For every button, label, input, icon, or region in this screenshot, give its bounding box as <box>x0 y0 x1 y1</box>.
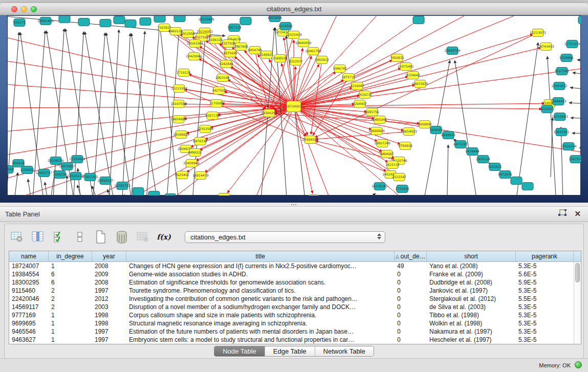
edge[interactable] <box>129 31 145 195</box>
column-header-out_degree[interactable]: △out_de… <box>395 251 427 261</box>
edge[interactable] <box>455 60 480 195</box>
node[interactable] <box>413 16 424 24</box>
table-cell-title[interactable]: Disruption of a novel member of a sodium… <box>126 303 395 311</box>
table-vertical-scrollbar[interactable] <box>574 262 581 344</box>
table-cell-out_degree[interactable]: 0 <box>395 270 427 278</box>
selected-edge[interactable] <box>8 31 294 106</box>
network-canvas[interactable]: 1872400771638228660124591295423226053332… <box>7 15 581 195</box>
node[interactable] <box>165 194 176 196</box>
table-cell-short[interactable]: Franke et al. (2009) <box>427 270 516 278</box>
table-cell-name[interactable]: 9777169 <box>9 311 49 319</box>
table-cell-pagerank[interactable]: 5.3E-5 <box>516 336 574 344</box>
node[interactable] <box>114 16 125 24</box>
table-row[interactable]: 1456911722003Disruption of a novel membe… <box>9 303 574 311</box>
column-header-year[interactable]: year <box>92 251 126 261</box>
table-cell-short[interactable]: Hescheler et al. (1997) <box>427 336 516 344</box>
selected-edge[interactable] <box>8 106 294 108</box>
table-cell-short[interactable]: Tibbo et al. (1998) <box>427 311 516 319</box>
node[interactable] <box>148 191 160 196</box>
edge[interactable] <box>571 118 581 119</box>
tab-node-table[interactable]: Node Table <box>214 346 265 356</box>
table-row[interactable]: 946362711997Embryonic stem cells: a mode… <box>9 336 574 344</box>
table-cell-name[interactable]: 18300295 <box>9 278 49 287</box>
table-cell-out_degree[interactable]: 0 <box>395 327 427 336</box>
table-cell-name[interactable]: 19384554 <box>9 270 49 278</box>
node[interactable] <box>154 16 165 23</box>
table-cell-name[interactable]: 18724007 <box>9 262 49 270</box>
tab-network-table[interactable]: Network Table <box>315 346 374 356</box>
table-cell-title[interactable]: Corpus callosum shape and size in male p… <box>126 311 395 319</box>
table-cell-year[interactable]: 1997 <box>92 287 126 295</box>
table-cell-title[interactable]: Genome-wide association studies in ADHD. <box>126 270 395 278</box>
table-row[interactable]: 1938455462009Genome-wide association stu… <box>9 270 574 278</box>
table-cell-short[interactable]: Nakamura et al. (1997) <box>427 327 516 336</box>
table-row[interactable]: 969969511998Structural magnetic resonanc… <box>9 319 574 327</box>
table-cell-year[interactable]: 2008 <box>92 262 126 270</box>
edge[interactable] <box>45 182 51 195</box>
table-cell-out_degree[interactable]: 0 <box>395 287 427 295</box>
edge[interactable] <box>107 189 119 195</box>
delete-column-icon[interactable] <box>115 230 129 244</box>
table-cell-pagerank[interactable]: 5.3E-5 <box>516 287 574 295</box>
selected-edge[interactable] <box>294 106 404 130</box>
edge[interactable] <box>572 133 581 134</box>
table-cell-in_degree[interactable]: 1 <box>49 336 92 344</box>
node[interactable] <box>59 16 70 23</box>
tab-edge-table[interactable]: Edge Table <box>265 346 315 356</box>
table-cell-pagerank[interactable]: 5.3E-5 <box>516 311 574 319</box>
memory-indicator[interactable] <box>575 361 582 368</box>
column-header-title[interactable]: title <box>126 251 395 261</box>
table-cell-year[interactable]: 1998 <box>92 311 126 319</box>
node[interactable] <box>511 177 522 185</box>
table-cell-name[interactable]: 9115460 <box>9 287 49 295</box>
table-row[interactable]: 1830029562008Estimation of significance … <box>9 278 574 287</box>
selected-edge[interactable] <box>8 106 294 134</box>
table-cell-short[interactable]: Jankovic et al. (1997) <box>427 287 516 295</box>
edge[interactable] <box>66 176 67 195</box>
scrollbar-thumb[interactable] <box>575 263 580 282</box>
table-cell-in_degree[interactable]: 1 <box>49 262 92 270</box>
table-source-select[interactable]: citations_edges.txt <box>185 231 385 243</box>
edge[interactable] <box>77 185 89 195</box>
table-cell-year[interactable]: 1997 <box>92 327 126 336</box>
show-columns-icon[interactable] <box>31 230 45 244</box>
selected-edge[interactable] <box>284 37 294 106</box>
table-mode-icon[interactable] <box>10 230 24 244</box>
citation-graph[interactable]: 1872400771638228660124591295423226053332… <box>8 16 581 195</box>
table-row[interactable]: 911546021997Tourette syndrome. Phenomeno… <box>9 287 574 295</box>
divider-grip-icon[interactable] <box>291 204 297 206</box>
edge[interactable] <box>570 87 581 90</box>
table-cell-pagerank[interactable]: 5.3E-5 <box>516 319 574 327</box>
table-cell-title[interactable]: Estimation of the future numbers of pati… <box>126 327 395 336</box>
table-cell-name[interactable]: 9699695 <box>9 319 49 327</box>
split-pane-divider[interactable] <box>0 203 588 207</box>
table-cell-title[interactable]: Investigating the contribution of common… <box>126 295 395 303</box>
table-cell-pagerank[interactable]: 5.3E-5 <box>516 262 574 270</box>
edge[interactable] <box>561 127 563 195</box>
table-cell-pagerank[interactable]: 5.5E-5 <box>516 295 574 303</box>
table-cell-title[interactable]: Tourette syndrome. Phenomenology and cla… <box>126 287 395 295</box>
edge[interactable] <box>339 193 376 195</box>
edge[interactable] <box>577 60 581 62</box>
table-cell-out_degree[interactable]: 0 <box>395 303 427 311</box>
table-cell-title[interactable]: Estimation of significance thresholds fo… <box>126 278 395 287</box>
delete-table-icon[interactable] <box>136 230 150 244</box>
create-column-icon[interactable] <box>94 230 108 244</box>
table-cell-year[interactable]: 1997 <box>92 336 126 344</box>
table-cell-short[interactable]: de Silva et al. (2003) <box>427 303 516 311</box>
node[interactable] <box>174 16 185 22</box>
edge[interactable] <box>447 145 448 195</box>
table-cell-year[interactable]: 2008 <box>92 278 126 287</box>
table-cell-year[interactable]: 2003 <box>92 303 126 311</box>
table-cell-in_degree[interactable]: 1 <box>49 327 92 336</box>
table-cell-title[interactable]: Embryonic stem cells: a model to study s… <box>126 336 395 344</box>
table-cell-in_degree[interactable]: 6 <box>49 278 92 287</box>
node[interactable] <box>140 18 151 26</box>
selected-edge[interactable] <box>294 34 533 106</box>
table-cell-in_degree[interactable]: 2 <box>49 295 92 303</box>
edge[interactable] <box>165 28 179 195</box>
table-cell-in_degree[interactable]: 2 <box>49 287 92 295</box>
node[interactable] <box>578 16 581 24</box>
edge[interactable] <box>579 148 581 149</box>
table-cell-year[interactable]: 2012 <box>92 295 126 303</box>
